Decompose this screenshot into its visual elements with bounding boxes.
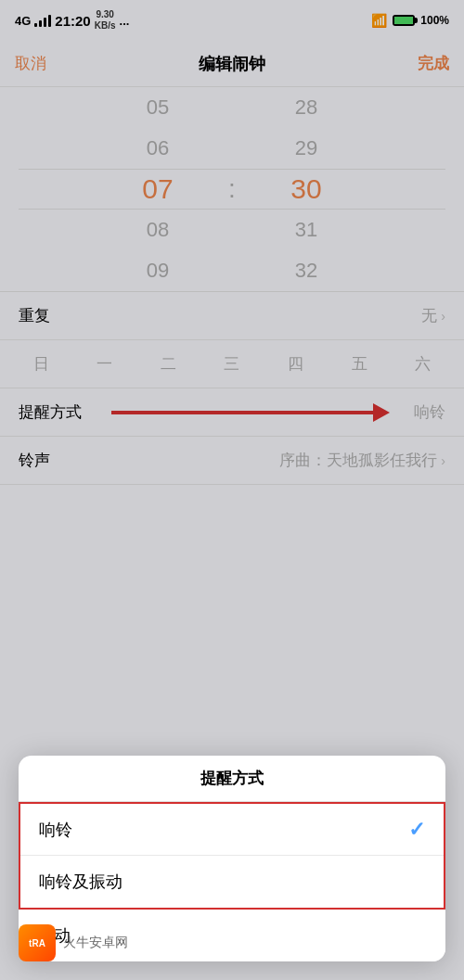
option-selected-wrapper: 响铃 ✓ 响铃及振动 [19,802,445,910]
watermark: tRA 火牛安卓网 [19,924,128,961]
modal-title: 提醒方式 [200,768,264,789]
modal-overlay[interactable]: 提醒方式 响铃 ✓ 响铃及振动 振动 [0,0,464,980]
watermark-text: 火牛安卓网 [63,935,128,951]
option-ringtone-checkmark: ✓ [408,818,425,842]
modal-option-ringtone[interactable]: 响铃 ✓ [20,804,444,856]
option-ringtone-label: 响铃 [39,819,72,841]
modal-option-ringtone-vibrate[interactable]: 响铃及振动 [20,856,444,908]
option-ringtone-vibrate-label: 响铃及振动 [39,871,122,893]
modal-title-row: 提醒方式 [19,756,445,802]
watermark-icon: tRA [19,924,56,961]
